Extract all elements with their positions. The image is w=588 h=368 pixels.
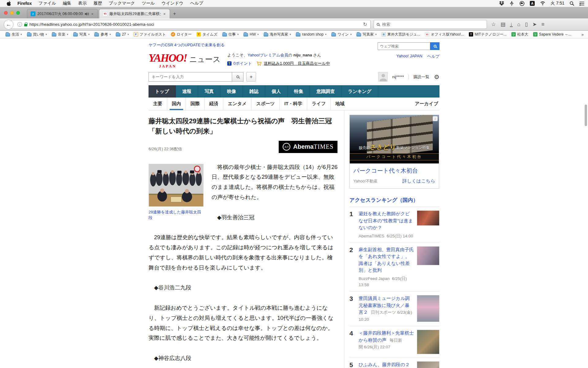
reload-icon[interactable]: ↻ [363,21,367,27]
help-link[interactable]: ヘルプ [427,54,439,59]
menu-tools[interactable]: ツール [138,1,158,6]
ad-box[interactable]: i 販売前さきどり新築マンション特集 パークコート代々木初台 パークコート代々木… [349,115,439,189]
bookmark-folder-overseas-photographers[interactable]: 海外写真家▾ [261,32,294,37]
input-source-icon[interactable]: A [530,1,535,6]
https-lock-icon[interactable] [24,24,27,26]
thumbnail[interactable] [417,246,439,265]
creative-cloud-icon[interactable] [519,1,525,6]
bookmark-folder-life[interactable]: 生活▾ [3,32,24,37]
bookmark-filepost[interactable]: Fファイルポスト [131,32,168,37]
bookmark-folder-photo[interactable]: 写真▾ [71,32,92,37]
ranking-link[interactable]: 避妊を教えた教師がクビ なぜ日本の"性教育"は進まないのか？ [359,211,414,230]
sidebar-toggle-icon[interactable]: ▯ [525,21,528,28]
nav-video[interactable]: 映像 [221,85,243,98]
ad-title-link[interactable]: パークコート代々木初台 [353,167,435,175]
minimize-window-button[interactable] [10,11,14,15]
bookmark-yahoo-office[interactable]: Y!オフィス版Yahoo!... [423,32,466,37]
archive-link[interactable]: アーカイブ [415,98,439,110]
subnav-entertainment[interactable]: エンタメ [223,98,251,110]
ranking-header[interactable]: アクセスランキング（国内） [349,197,439,207]
bookmark-mit-tech[interactable]: TMITテクノロジー... [466,32,509,37]
news-search-button[interactable] [232,72,243,82]
points-link[interactable]: 0ポイント [233,61,252,66]
tab-yahoo-news-active[interactable]: Y! 藤井聡太四段29連勝に先輩棋士 × [99,9,170,18]
yahoo-japan-link[interactable]: Yahoo! JAPAN [396,54,422,59]
article-photo[interactable] [149,164,204,207]
subnav-international[interactable]: 国際 [186,98,204,110]
bookmark-star-icon[interactable]: ☆ [491,21,496,28]
csr-promo-link[interactable]: ヤフーのCSR 4つのUPDATEで未来を創る [149,42,225,48]
ranking-link[interactable]: 麻生副首相、豊田真由子氏を「あれ女性ですよ」。識者は「ありえない性差別」と批判 [359,247,414,273]
zoom-window-button[interactable] [16,11,20,15]
nav-ranking[interactable]: ランキング [341,85,378,98]
thumbnail[interactable] [417,210,439,226]
nav-survey[interactable]: 意識調査 [310,85,341,98]
thumbnail[interactable] [417,330,439,354]
library-icon[interactable]: ▤ [500,21,505,28]
menu-view[interactable]: 表示 [75,1,90,6]
abematimes-logo[interactable]: A/T AbemaTIMES [279,141,337,153]
bookmark-folder-reference[interactable]: 参考▾ [92,32,113,37]
hamburger-menu-icon[interactable]: ≡ [541,21,545,28]
bookmarks-overflow-icon[interactable]: » [580,32,585,37]
menu-window[interactable]: ウインドウ [158,1,187,6]
menu-history[interactable]: 履歴 [90,1,105,6]
bookmark-matsumoto[interactable]: ツ松本大 [509,32,531,37]
ranking-link[interactable]: ひふみん、藤井四段の２９連勝は「空前絶後の大記録。これからも連勝記録は伸びると思… [359,362,410,368]
web-search-button[interactable] [430,42,439,50]
subscriptions-link[interactable]: 購読一覧 [413,74,429,80]
gear-icon[interactable]: ⚙ [434,73,439,81]
bookmark-gaidai[interactable]: ≋東外大言語モジュ... [379,32,423,37]
nav-photo[interactable]: 写真 [198,85,221,98]
share-icon[interactable]: ➤ [532,21,537,28]
subnav-major[interactable]: 主要 [149,98,167,110]
spotlight-search-icon[interactable] [570,1,574,6]
menu-help[interactable]: ヘルプ [187,1,207,6]
premium-member-link[interactable]: Yahoo!プレミアム会員 [247,53,288,57]
menu-firefox[interactable]: Firefox [14,1,35,6]
bookmark-folder-work[interactable]: 仕事▾ [220,32,241,37]
thumbnail[interactable] [417,361,439,368]
ad-cta-link[interactable]: 詳しくはこちら [402,178,435,184]
ranking-link[interactable]: ＜藤井四段勝利＞先輩棋士から称賛の声 [359,330,414,343]
nav-top[interactable]: トップ [149,85,176,98]
bookmark-folder-hw[interactable]: HW▾ [241,32,261,36]
browser-search-bar[interactable] [374,20,487,29]
shipping-sale-link[interactable]: 送料込み1,000円 目玉商品セール中 [264,61,330,66]
notification-center-icon[interactable] [579,2,584,6]
tab-radiko[interactable]: r 2017/06/27/火 06:00-09:00 × [27,9,98,18]
downloads-icon[interactable]: ↓ [510,22,513,27]
web-search-input[interactable] [378,42,430,50]
close-window-button[interactable] [4,11,8,15]
subnav-life[interactable]: ライフ [307,98,330,110]
bookmark-sapere-vedere[interactable]: ツSapere Vedere ～... [531,32,574,37]
photo-caption-link[interactable]: 29連勝を達成した藤井聡太四段 [149,209,204,220]
bookmark-folder-27[interactable]: 27▾ [113,32,131,36]
ad-image[interactable]: i 販売前さきどり新築マンション特集 パークコート代々木初台 [350,115,439,163]
subnav-it-science[interactable]: IT・科学 [279,98,307,110]
dropbox-icon[interactable] [499,1,504,6]
url-bar[interactable]: i https://headlines.yahoo.co.jp/hl?a=201… [9,20,371,29]
subnav-economy[interactable]: 経済 [204,98,223,110]
bookmark-folder-music[interactable]: 音楽▾ [49,32,71,37]
user-id[interactable]: nij***** [392,75,404,79]
avatar[interactable] [378,72,388,82]
close-tab-icon[interactable]: × [91,12,94,16]
new-tab-button[interactable]: + [170,9,179,18]
page-info-icon[interactable]: i [17,22,22,27]
news-search-input[interactable] [149,72,232,82]
add-search-tab-button[interactable]: + [246,72,256,82]
home-icon[interactable]: ⌂ [517,21,520,28]
bookmark-folder-shopping[interactable]: 買い物▾ [24,32,50,37]
scrollbar-thumb[interactable] [585,105,587,126]
nav-personal[interactable]: 個人 [265,85,288,98]
nav-sokuho[interactable]: 速報 [176,85,198,98]
bookmark-times[interactable]: Tタイムズ [194,32,220,37]
subnav-region[interactable]: 地域 [330,98,349,110]
yahoo-news-logo[interactable]: YAHOO! JAPAN ニュース [149,52,221,68]
url-text[interactable]: https://headlines.yahoo.co.jp/hl?a=20170… [29,22,154,27]
bookmark-folder-random-shop[interactable]: random shop▾ [293,32,329,36]
bookmark-folder-photographers[interactable]: 写真家▾ [354,32,379,37]
tab-audio-icon[interactable] [85,12,89,16]
menu-edit[interactable]: 編集 [59,1,75,6]
